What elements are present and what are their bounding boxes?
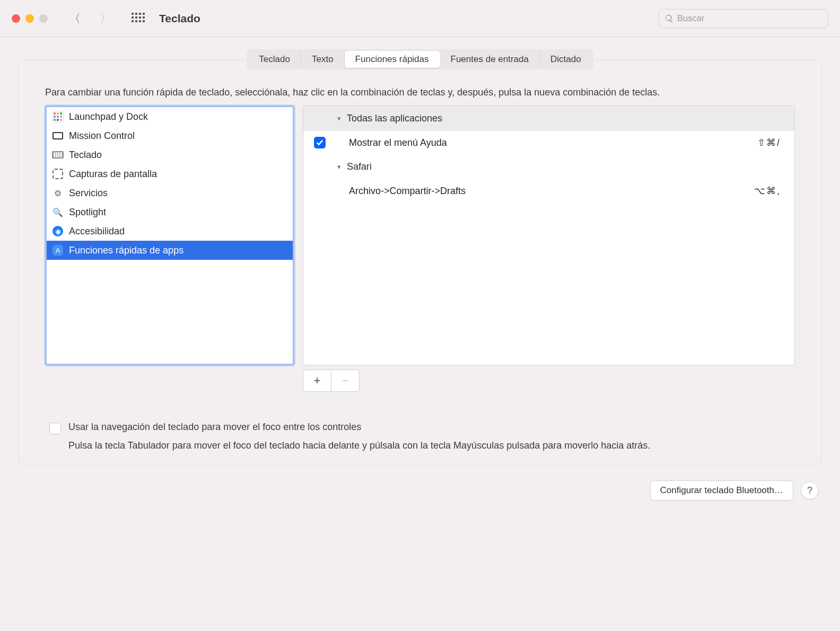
category-label: Accesibilidad [69,226,125,237]
search-icon [664,14,674,23]
window-title: Teclado [159,12,200,25]
category-label: Spotlight [69,207,106,218]
keyboard-nav-section: Usar la navegación del teclado para move… [19,392,821,452]
tab-teclado[interactable]: Teclado [248,51,301,68]
nav-arrows: 〈 〉 [69,13,111,24]
category-label: Capturas de pantalla [69,169,157,180]
category-accesibilidad[interactable]: ◉ Accesibilidad [47,222,293,241]
group-title: Todas las aplicaciones [347,113,442,124]
appstore-icon: A [52,244,64,256]
search-input[interactable] [677,13,822,23]
shortcut-row[interactable]: Mostrar el menú Ayuda ⇧⌘/ [303,131,794,154]
footer: Configurar teclado Bluetooth… ? [0,466,840,501]
keyboard-nav-description: Pulsa la tecla Tabulador para mover el f… [49,434,791,452]
category-label: Launchpad y Dock [69,111,148,122]
tab-texto[interactable]: Texto [301,51,345,68]
category-mission-control[interactable]: Mission Control [47,126,293,145]
shortcut-keys[interactable]: ⇧⌘/ [757,137,784,148]
category-label: Teclado [69,150,102,161]
chevron-down-icon: ▾ [335,163,343,171]
add-shortcut-button[interactable]: + [303,370,331,392]
window-controls [12,14,48,23]
remove-shortcut-button[interactable]: − [331,370,360,392]
tab-fuentes[interactable]: Fuentes de entrada [440,51,540,68]
keyboard-icon [52,149,64,161]
bluetooth-keyboard-button[interactable]: Configurar teclado Bluetooth… [650,480,793,501]
group-title: Safari [347,161,372,172]
category-label: Servicios [69,188,108,199]
keyboard-nav-checkbox[interactable] [49,423,61,434]
check-icon [316,139,323,146]
group-safari[interactable]: ▾ Safari [303,154,794,179]
shortcut-row[interactable]: Archivo->Compartir->Drafts ⌥⌘, [303,179,794,203]
instructions-text: Para cambiar una función rápida de tecla… [19,80,821,106]
minimize-window-button[interactable] [25,14,34,23]
close-window-button[interactable] [12,14,20,23]
group-all-apps[interactable]: ▾ Todas las aplicaciones [303,106,794,131]
preferences-panel: Teclado Texto Funciones rápidas Fuentes … [18,59,822,466]
magnifier-icon: 🔍 [52,206,64,218]
screenshot-icon [52,168,64,180]
chevron-down-icon: ▾ [335,115,343,122]
shortcut-keys[interactable]: ⌥⌘, [754,185,784,197]
category-teclado[interactable]: Teclado [47,145,293,164]
tab-bar: Teclado Texto Funciones rápidas Fuentes … [247,49,593,69]
shortcut-checkbox[interactable] [314,137,326,148]
gear-icon: ⚙︎ [52,187,64,199]
shortcut-label: Archivo->Compartir->Drafts [349,186,754,197]
tab-funciones[interactable]: Funciones rápidas [345,51,440,68]
category-label: Funciones rápidas de apps [69,245,183,256]
zoom-window-button[interactable] [39,14,48,23]
help-button[interactable]: ? [801,481,819,499]
add-remove-buttons: + − [19,365,821,392]
launchpad-icon [52,111,64,122]
category-label: Mission Control [69,130,135,142]
search-field[interactable] [659,9,828,28]
back-button[interactable]: 〈 [69,13,81,24]
accessibility-icon: ◉ [52,225,64,237]
shortcut-label: Mostrar el menú Ayuda [349,137,757,148]
forward-button[interactable]: 〉 [100,13,111,24]
category-list[interactable]: Launchpad y Dock Mission Control Teclado… [45,106,294,365]
titlebar: 〈 〉 Teclado [0,0,840,37]
shortcut-list[interactable]: ▾ Todas las aplicaciones Mostrar el menú… [303,106,795,365]
category-spotlight[interactable]: 🔍 Spotlight [47,203,293,222]
keyboard-nav-label: Usar la navegación del teclado para move… [68,422,361,433]
shortcut-checkbox[interactable] [314,185,326,197]
category-launchpad[interactable]: Launchpad y Dock [47,107,293,126]
all-prefs-grid-icon[interactable] [132,13,143,24]
category-servicios[interactable]: ⚙︎ Servicios [47,183,293,203]
category-capturas[interactable]: Capturas de pantalla [47,164,293,183]
tab-dictado[interactable]: Dictado [540,51,592,68]
category-app-shortcuts[interactable]: A Funciones rápidas de apps [47,241,293,260]
mission-control-icon [52,130,64,142]
